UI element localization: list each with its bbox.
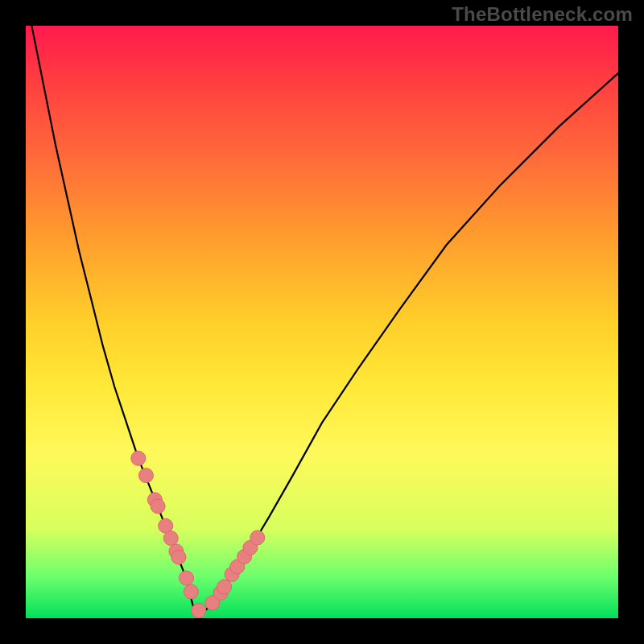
watermark-text: TheBottleneck.com bbox=[452, 3, 633, 26]
plot-svg bbox=[26, 26, 618, 618]
highlight-dot bbox=[151, 499, 165, 514]
highlight-dot bbox=[171, 550, 186, 564]
highlight-dot bbox=[250, 530, 265, 545]
highlight-dot bbox=[131, 451, 146, 465]
highlight-dot bbox=[180, 571, 194, 585]
highlight-dot bbox=[192, 603, 206, 617]
highlight-dot bbox=[217, 580, 232, 594]
bottleneck-curve bbox=[31, 26, 618, 613]
highlight-dots-group bbox=[131, 451, 265, 617]
highlight-dot bbox=[138, 469, 153, 483]
chart-stage: TheBottleneck.com bbox=[0, 0, 644, 644]
highlight-dot bbox=[184, 584, 198, 599]
highlight-dot bbox=[163, 531, 178, 546]
